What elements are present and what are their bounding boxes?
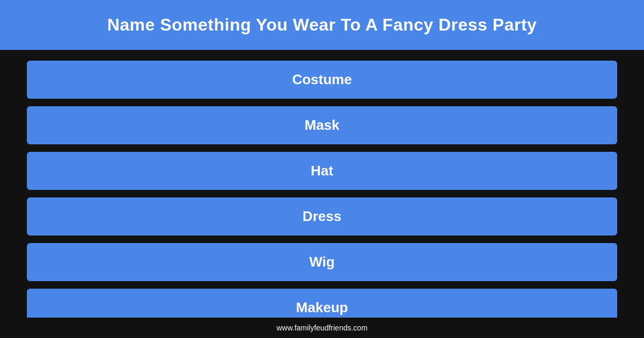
answer-label: Mask: [304, 117, 339, 133]
answer-label: Wig: [309, 254, 334, 270]
answer-row[interactable]: Costume: [27, 61, 617, 99]
footer-url: www.familyfeudfriends.com: [276, 324, 368, 332]
answers-container: CostumeMaskHatDressWigMakeup: [0, 50, 644, 337]
answer-label: Makeup: [296, 299, 348, 315]
answer-label: Dress: [303, 208, 341, 224]
answer-label: Costume: [292, 71, 352, 87]
page-title: Name Something You Wear To A Fancy Dress…: [107, 15, 537, 34]
answer-label: Hat: [311, 163, 333, 179]
answer-row[interactable]: Wig: [27, 243, 617, 281]
answer-row[interactable]: Dress: [27, 197, 617, 236]
answer-row[interactable]: Mask: [27, 106, 617, 144]
header: Name Something You Wear To A Fancy Dress…: [0, 0, 644, 50]
answer-row[interactable]: Hat: [27, 152, 617, 190]
footer: www.familyfeudfriends.com: [0, 318, 644, 338]
